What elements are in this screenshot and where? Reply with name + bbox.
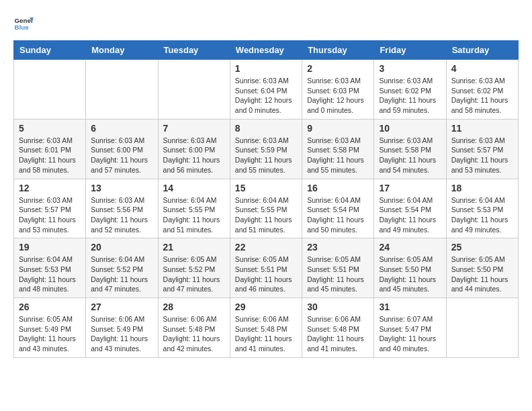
calendar-week-3: 19Sunrise: 6:04 AMSunset: 5:53 PMDayligh… [14,238,519,298]
day-number: 13 [91,183,152,193]
day-number: 8 [235,123,297,134]
day-info: Sunrise: 6:03 AMSunset: 5:57 PMDaylight:… [19,195,81,235]
day-number: 7 [163,123,225,134]
day-info: Sunrise: 6:05 AMSunset: 5:50 PMDaylight:… [451,255,513,294]
day-info: Sunrise: 6:03 AMSunset: 6:01 PMDaylight:… [19,136,81,175]
day-info: Sunrise: 6:07 AMSunset: 5:47 PMDaylight:… [379,314,441,354]
logo: General Blue [13,13,34,34]
calendar-cell: 1Sunrise: 6:03 AMSunset: 6:04 PMDaylight… [230,60,302,120]
day-number: 27 [91,302,152,312]
calendar-cell: 11Sunrise: 6:03 AMSunset: 5:57 PMDayligh… [446,119,518,179]
day-info: Sunrise: 6:05 AMSunset: 5:52 PMDaylight:… [163,255,225,294]
day-number: 26 [19,302,81,312]
day-number: 4 [451,63,513,74]
day-number: 1 [235,63,297,74]
day-number: 6 [91,123,152,134]
weekday-thursday: Thursday [302,41,374,60]
calendar-cell: 23Sunrise: 6:05 AMSunset: 5:51 PMDayligh… [302,238,374,298]
logo-icon: General Blue [13,13,34,34]
calendar-week-0: 1Sunrise: 6:03 AMSunset: 6:04 PMDaylight… [14,60,519,120]
day-number: 11 [451,123,513,134]
calendar-cell [158,60,230,120]
day-number: 14 [163,183,225,193]
calendar-cell: 8Sunrise: 6:03 AMSunset: 5:59 PMDaylight… [230,119,302,179]
day-info: Sunrise: 6:03 AMSunset: 6:00 PMDaylight:… [91,136,152,175]
day-number: 10 [379,123,441,134]
calendar-cell [14,60,86,120]
calendar-cell: 28Sunrise: 6:06 AMSunset: 5:48 PMDayligh… [158,298,230,358]
calendar-cell [86,60,158,120]
day-info: Sunrise: 6:06 AMSunset: 5:49 PMDaylight:… [91,314,152,354]
calendar-week-4: 26Sunrise: 6:05 AMSunset: 5:49 PMDayligh… [14,298,519,358]
calendar-cell: 15Sunrise: 6:04 AMSunset: 5:55 PMDayligh… [230,179,302,238]
calendar-cell: 5Sunrise: 6:03 AMSunset: 6:01 PMDaylight… [14,119,86,179]
calendar-cell: 21Sunrise: 6:05 AMSunset: 5:52 PMDayligh… [158,238,230,298]
day-number: 2 [307,63,369,74]
calendar-cell: 10Sunrise: 6:03 AMSunset: 5:58 PMDayligh… [374,119,446,179]
calendar-cell: 24Sunrise: 6:05 AMSunset: 5:50 PMDayligh… [374,238,446,298]
day-number: 12 [19,183,81,193]
calendar-cell: 27Sunrise: 6:06 AMSunset: 5:49 PMDayligh… [86,298,158,358]
weekday-saturday: Saturday [446,41,518,60]
day-number: 28 [163,302,225,312]
day-number: 15 [235,183,297,193]
calendar-cell: 31Sunrise: 6:07 AMSunset: 5:47 PMDayligh… [374,298,446,358]
calendar-cell: 16Sunrise: 6:04 AMSunset: 5:54 PMDayligh… [302,179,374,238]
weekday-friday: Friday [374,41,446,60]
calendar-cell: 12Sunrise: 6:03 AMSunset: 5:57 PMDayligh… [14,179,86,238]
day-info: Sunrise: 6:03 AMSunset: 6:00 PMDaylight:… [163,136,225,175]
day-number: 19 [19,242,81,253]
calendar-cell: 9Sunrise: 6:03 AMSunset: 5:58 PMDaylight… [302,119,374,179]
calendar-cell: 13Sunrise: 6:03 AMSunset: 5:56 PMDayligh… [86,179,158,238]
day-info: Sunrise: 6:06 AMSunset: 5:48 PMDaylight:… [235,314,297,354]
weekday-monday: Monday [86,41,158,60]
day-number: 30 [307,302,369,312]
day-info: Sunrise: 6:03 AMSunset: 6:02 PMDaylight:… [451,76,513,116]
calendar-cell: 29Sunrise: 6:06 AMSunset: 5:48 PMDayligh… [230,298,302,358]
calendar-cell: 20Sunrise: 6:04 AMSunset: 5:52 PMDayligh… [86,238,158,298]
calendar-week-1: 5Sunrise: 6:03 AMSunset: 6:01 PMDaylight… [14,119,519,179]
svg-text:Blue: Blue [15,24,30,31]
calendar-cell: 3Sunrise: 6:03 AMSunset: 6:02 PMDaylight… [374,60,446,120]
day-number: 3 [379,63,441,74]
calendar-cell: 6Sunrise: 6:03 AMSunset: 6:00 PMDaylight… [86,119,158,179]
day-number: 31 [379,302,441,312]
day-info: Sunrise: 6:04 AMSunset: 5:53 PMDaylight:… [451,195,513,235]
day-info: Sunrise: 6:04 AMSunset: 5:53 PMDaylight:… [19,255,81,294]
day-number: 18 [451,183,513,193]
day-info: Sunrise: 6:05 AMSunset: 5:50 PMDaylight:… [379,255,441,294]
calendar-cell: 18Sunrise: 6:04 AMSunset: 5:53 PMDayligh… [446,179,518,238]
page-header: General Blue [13,13,519,34]
day-info: Sunrise: 6:04 AMSunset: 5:55 PMDaylight:… [235,195,297,235]
day-info: Sunrise: 6:04 AMSunset: 5:54 PMDaylight:… [379,195,441,235]
day-info: Sunrise: 6:03 AMSunset: 6:04 PMDaylight:… [235,76,297,116]
day-info: Sunrise: 6:06 AMSunset: 5:48 PMDaylight:… [163,314,225,354]
calendar-cell: 25Sunrise: 6:05 AMSunset: 5:50 PMDayligh… [446,238,518,298]
day-number: 25 [451,242,513,253]
day-info: Sunrise: 6:03 AMSunset: 5:59 PMDaylight:… [235,136,297,175]
day-info: Sunrise: 6:05 AMSunset: 5:51 PMDaylight:… [235,255,297,294]
calendar-cell: 14Sunrise: 6:04 AMSunset: 5:55 PMDayligh… [158,179,230,238]
day-info: Sunrise: 6:03 AMSunset: 5:57 PMDaylight:… [451,136,513,175]
day-info: Sunrise: 6:03 AMSunset: 5:58 PMDaylight:… [307,136,369,175]
weekday-header-row: SundayMondayTuesdayWednesdayThursdayFrid… [14,41,519,60]
calendar-cell: 26Sunrise: 6:05 AMSunset: 5:49 PMDayligh… [14,298,86,358]
day-number: 20 [91,242,152,253]
day-number: 5 [19,123,81,134]
calendar-week-2: 12Sunrise: 6:03 AMSunset: 5:57 PMDayligh… [14,179,519,238]
day-info: Sunrise: 6:03 AMSunset: 5:56 PMDaylight:… [91,195,152,235]
day-number: 9 [307,123,369,134]
day-info: Sunrise: 6:03 AMSunset: 5:58 PMDaylight:… [379,136,441,175]
day-info: Sunrise: 6:04 AMSunset: 5:52 PMDaylight:… [91,255,152,294]
day-number: 23 [307,242,369,253]
day-number: 21 [163,242,225,253]
calendar-cell: 30Sunrise: 6:06 AMSunset: 5:48 PMDayligh… [302,298,374,358]
day-number: 16 [307,183,369,193]
calendar-cell: 22Sunrise: 6:05 AMSunset: 5:51 PMDayligh… [230,238,302,298]
calendar-cell: 2Sunrise: 6:03 AMSunset: 6:03 PMDaylight… [302,60,374,120]
day-info: Sunrise: 6:05 AMSunset: 5:49 PMDaylight:… [19,314,81,354]
weekday-sunday: Sunday [14,41,86,60]
calendar-cell: 19Sunrise: 6:04 AMSunset: 5:53 PMDayligh… [14,238,86,298]
day-number: 24 [379,242,441,253]
calendar-body: 1Sunrise: 6:03 AMSunset: 6:04 PMDaylight… [14,60,519,358]
